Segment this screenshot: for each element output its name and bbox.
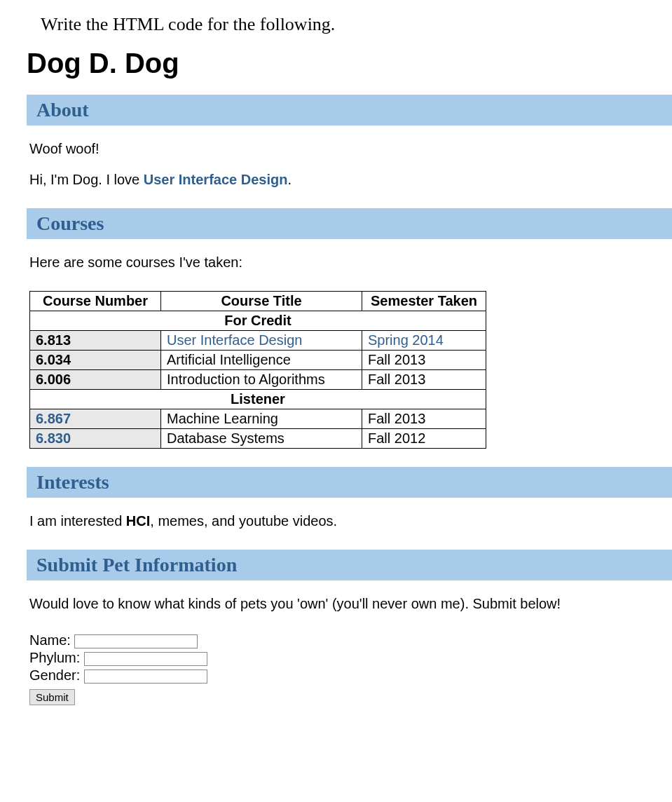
interests-suffix: , memes, and youtube videos. (150, 513, 337, 529)
course-title-link[interactable]: User Interface Design (167, 332, 302, 348)
course-semester-cell: Fall 2013 (362, 370, 486, 390)
name-label: Name: (29, 632, 71, 648)
course-title-cell: User Interface Design (161, 331, 362, 351)
instruction-text: Write the HTML code for the following. (41, 14, 672, 35)
courses-header-number: Course Number (30, 292, 161, 311)
section-heading-about: About (27, 95, 672, 125)
course-number-cell: 6.813 (30, 331, 161, 351)
table-row: 6.867Machine LearningFall 2013 (30, 409, 486, 429)
submit-button[interactable]: Submit (29, 689, 75, 705)
course-number-link[interactable]: 6.830 (36, 430, 71, 446)
section-heading-interests: Interests (27, 467, 672, 498)
gender-label: Gender: (29, 667, 80, 684)
course-title-cell: Machine Learning (161, 409, 362, 429)
course-semester-cell: Fall 2013 (362, 351, 486, 370)
courses-header-title: Course Title (161, 292, 362, 311)
about-line-2-prefix: Hi, I'm Dog. I love (29, 172, 144, 187)
courses-group-label: Listener (30, 390, 486, 409)
course-title-cell: Database Systems (161, 429, 362, 449)
course-title-cell: Artificial Intelligence (161, 351, 362, 370)
pet-form: Name: Phylum: Gender: Submit (29, 632, 672, 705)
uid-link[interactable]: User Interface Design (144, 172, 288, 187)
courses-intro: Here are some courses I've taken: (29, 252, 672, 273)
course-semester-cell: Fall 2012 (362, 429, 486, 449)
interests-line: I am interested HCI, memes, and youtube … (29, 510, 672, 531)
page-title: Dog D. Dog (27, 48, 672, 79)
courses-table: Course Number Course Title Semester Take… (29, 291, 486, 449)
about-line-2-suffix: . (287, 172, 292, 187)
course-number-cell: 6.830 (30, 429, 161, 449)
about-line-1: Woof woof! (29, 138, 672, 159)
course-number-link[interactable]: 6.867 (36, 411, 71, 426)
interests-prefix: I am interested (29, 513, 126, 529)
section-heading-submit: Submit Pet Information (27, 550, 672, 580)
table-row: 6.034Artificial IntelligenceFall 2013 (30, 351, 486, 370)
table-row: 6.006Introduction to AlgorithmsFall 2013 (30, 370, 486, 390)
table-row: 6.813User Interface DesignSpring 2014 (30, 331, 486, 351)
gender-input[interactable] (84, 670, 207, 684)
table-row: 6.830Database SystemsFall 2012 (30, 429, 486, 449)
course-semester-cell: Fall 2013 (362, 409, 486, 429)
section-heading-courses: Courses (27, 208, 672, 239)
course-semester-cell: Spring 2014 (362, 331, 486, 351)
phylum-input[interactable] (84, 652, 207, 666)
name-input[interactable] (74, 634, 198, 648)
submit-intro: Would love to know what kinds of pets yo… (29, 593, 672, 614)
course-number-cell: 6.867 (30, 409, 161, 429)
courses-group-label: For Credit (30, 311, 486, 331)
about-line-2: Hi, I'm Dog. I love User Interface Desig… (29, 169, 672, 190)
course-number-cell: 6.034 (30, 351, 161, 370)
course-semester-link[interactable]: Spring 2014 (368, 332, 444, 348)
interests-bold: HCI (126, 513, 150, 529)
course-number-cell: 6.006 (30, 370, 161, 390)
course-title-cell: Introduction to Algorithms (161, 370, 362, 390)
phylum-label: Phylum: (29, 650, 80, 666)
courses-header-semester: Semester Taken (362, 292, 486, 311)
